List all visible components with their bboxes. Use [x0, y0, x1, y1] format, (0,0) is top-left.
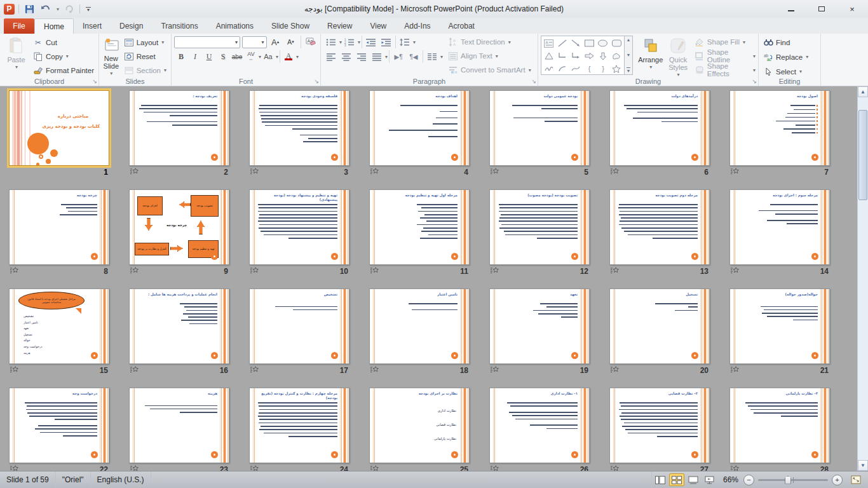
transition-star-icon[interactable] — [731, 464, 740, 471]
slide-thumbnail[interactable]: ۲- نظارت قضایی — [609, 388, 710, 463]
slide-thumbnail[interactable]: مرحله چهارم : نظارت و کنترل بودجه (تفریغ… — [249, 388, 349, 463]
tab-slide-show[interactable]: Slide Show — [262, 18, 318, 34]
transition-star-icon[interactable] — [10, 464, 19, 471]
line-shape-icon[interactable] — [555, 37, 569, 50]
transition-star-icon[interactable] — [370, 266, 379, 277]
theme-name[interactable]: "Oriel" — [56, 471, 90, 488]
bullets-icon[interactable] — [323, 36, 339, 48]
zoom-out-button[interactable]: − — [743, 475, 754, 485]
convert-to-smartart-button[interactable]: Convert to SmartArt▾ — [448, 64, 531, 76]
slide-show-button[interactable] — [702, 473, 717, 486]
right-arrow-shape-icon[interactable] — [583, 50, 596, 62]
arrow-shape-icon[interactable] — [569, 37, 583, 50]
slide-thumbnail[interactable]: حواله(صدور حواله) — [729, 288, 830, 364]
fit-to-window-button[interactable] — [849, 473, 863, 486]
slide-thumbnail[interactable]: ۱- نظارت اداری — [489, 388, 590, 463]
normal-view-button[interactable] — [653, 473, 668, 486]
paste-button[interactable]: Paste ▾ — [3, 36, 30, 76]
slide-thumbnail[interactable]: انجام عملیات و پرداخت هزینه ها شامل : — [129, 288, 229, 364]
slide-sorter-view-button[interactable] — [669, 473, 684, 486]
tab-add-ins[interactable]: Add-Ins — [395, 18, 439, 34]
paragraph-dialog-launcher-icon[interactable]: ↘ — [531, 79, 536, 85]
transition-star-icon[interactable] — [130, 464, 139, 471]
slide-thumbnail[interactable]: مرحله دوم تصویب بودجه — [609, 189, 710, 265]
transition-star-icon[interactable] — [250, 266, 259, 277]
transition-star-icon[interactable] — [10, 365, 19, 376]
scrollbar-thumb[interactable] — [858, 110, 867, 200]
justify-icon[interactable] — [369, 50, 384, 63]
slide-thumbnail[interactable]: تامین اعتبار — [369, 288, 470, 364]
repeat-icon[interactable] — [63, 3, 76, 15]
tab-transitions[interactable]: Transitions — [152, 18, 207, 34]
zoom-in-button[interactable]: + — [832, 475, 843, 485]
tab-home[interactable]: Home — [34, 18, 74, 34]
italic-button[interactable]: I — [188, 50, 202, 63]
transition-star-icon[interactable] — [611, 365, 620, 376]
rectangle-shape-icon[interactable] — [583, 37, 596, 50]
grow-font-button[interactable]: A▴ — [269, 36, 282, 48]
reset-button[interactable]: Reset — [122, 50, 168, 63]
layout-button[interactable]: Layout▾ — [122, 36, 168, 49]
transition-star-icon[interactable] — [491, 464, 499, 471]
change-case-button[interactable]: Aa — [261, 50, 275, 63]
slide-thumbnail[interactable]: مراحل تفصیلی اجرای بودجه با استناد قانون… — [9, 288, 109, 364]
elbow-connector-icon[interactable] — [555, 50, 569, 62]
font-size-combo[interactable]: ▾ — [242, 36, 267, 48]
transition-star-icon[interactable] — [370, 464, 379, 471]
zoom-percentage[interactable]: 66% — [718, 475, 743, 484]
vertical-scrollbar[interactable]: ▲ ▼ — [857, 86, 868, 471]
language-indicator[interactable]: English (U.S.) — [91, 471, 151, 488]
text-box-shape-icon[interactable]: A — [542, 37, 555, 50]
find-button[interactable]: Find — [761, 36, 818, 49]
strikethrough-button[interactable]: abe — [230, 50, 244, 63]
elbow-arrow-connector-icon[interactable] — [569, 50, 583, 62]
font-dialog-launcher-icon[interactable]: ↘ — [314, 79, 319, 85]
font-name-combo[interactable]: ▾ — [174, 36, 240, 48]
character-spacing-button[interactable]: AV↔ — [244, 50, 258, 63]
slide-thumbnail[interactable]: درآمدهای دولت — [609, 90, 710, 166]
transition-star-icon[interactable] — [491, 365, 499, 376]
undo-dropdown-icon[interactable]: ▾ — [57, 6, 59, 12]
close-button[interactable]: × — [845, 3, 859, 15]
triangle-shape-icon[interactable] — [542, 50, 555, 62]
slide-thumbnail[interactable]: نظارت بر اجرای بودجهنظارت ادارینظارت قضا… — [369, 388, 470, 463]
slide-thumbnail[interactable]: تصویب بودجه (بودجه مصوب) — [489, 189, 590, 265]
slide-thumbnail[interactable]: ۳- نظارت پارلمانی — [729, 388, 830, 463]
cut-button[interactable]: ✂ Cut — [31, 36, 96, 49]
shape-fill-button[interactable]: Shape Fill▾ — [695, 36, 756, 48]
slide-thumbnail[interactable]: درخواست وجه — [9, 388, 109, 463]
increase-indent-icon[interactable] — [379, 36, 394, 48]
slide-thumbnail[interactable]: هزینه — [129, 388, 229, 463]
slide-thumbnail[interactable]: فلسفه وجودی بودجه — [249, 90, 349, 166]
tab-review[interactable]: Review — [318, 18, 361, 34]
shapes-gallery-scroll[interactable]: ▲ ▼ ▼ — [625, 36, 633, 75]
arc-shape-icon[interactable] — [555, 62, 569, 75]
drawing-dialog-launcher-icon[interactable]: ↘ — [752, 79, 757, 85]
transition-star-icon[interactable] — [130, 365, 139, 376]
shapes-more-icon[interactable]: ▼ — [627, 67, 631, 73]
left-brace-shape-icon[interactable]: { — [583, 62, 596, 75]
shapes-scroll-down-icon[interactable]: ▼ — [627, 53, 631, 57]
transition-star-icon[interactable] — [491, 266, 499, 277]
slide-thumbnail[interactable]: مرحله سوم : اجرای بودجه — [729, 189, 830, 265]
transition-star-icon[interactable] — [491, 166, 499, 178]
transition-star-icon[interactable] — [10, 266, 19, 277]
slide-thumbnail[interactable]: چرخه بودجه — [9, 189, 109, 265]
line-spacing-icon[interactable] — [397, 36, 412, 48]
shape-effects-button[interactable]: Shape Effects▾ — [695, 64, 756, 76]
tab-view[interactable]: View — [361, 18, 395, 34]
slide-thumbnail[interactable]: تسجیل — [609, 288, 710, 364]
clipboard-dialog-launcher-icon[interactable]: ↘ — [92, 79, 97, 85]
minimize-button[interactable] — [784, 3, 798, 15]
rounded-rectangle-shape-icon[interactable] — [610, 37, 623, 50]
undo-icon[interactable] — [39, 3, 52, 15]
transition-star-icon[interactable] — [130, 166, 139, 178]
slide-thumbnail[interactable]: اجرای بودجهتصویب بودجهچرخه بودجهکنترل و … — [129, 189, 229, 265]
font-color-button[interactable]: A — [281, 50, 295, 63]
transition-star-icon[interactable] — [731, 166, 740, 178]
decrease-indent-icon[interactable] — [363, 36, 379, 48]
scrollbar-track[interactable] — [858, 97, 868, 460]
transition-star-icon[interactable] — [250, 365, 259, 376]
scribble-shape-icon[interactable] — [542, 62, 555, 75]
shape-outline-button[interactable]: Shape Outline▾ — [695, 50, 756, 62]
